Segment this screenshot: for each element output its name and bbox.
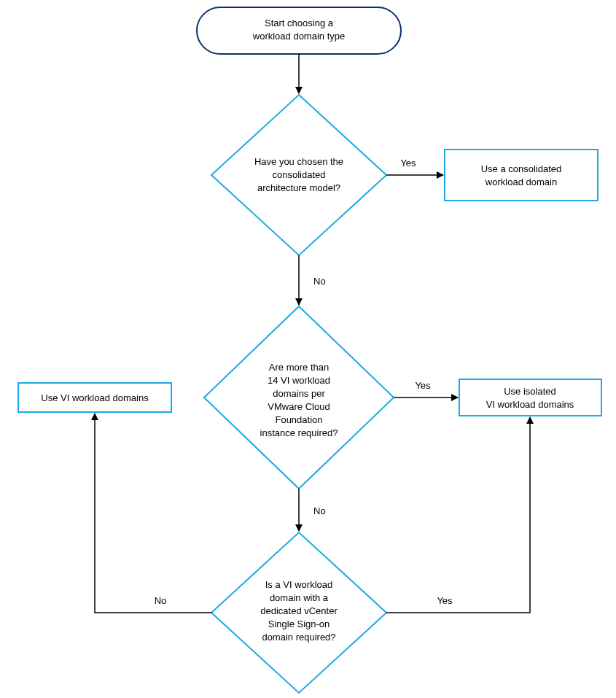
label-d1-no: No [313,276,326,287]
node-r1-line1: Use a consolidated [481,163,562,174]
edge-d3-no [95,414,211,613]
node-r2right: Use isolated VI workload domains [459,379,601,416]
node-d2: Are more than 14 VI workload domains per… [204,306,394,489]
node-d2-line6: instance required? [260,427,338,438]
node-start: Start choosing a workload domain type [197,7,401,54]
label-d3-no: No [155,595,167,606]
node-r2right-line2: VI workload domains [486,399,574,410]
node-d3-line3: dedicated vCenter [260,605,338,616]
node-d1: Have you chosen the consolidated archite… [211,95,386,255]
node-d2-line5: Foundation [275,414,322,425]
node-r1-line2: workload domain [485,177,557,187]
node-d3-line2: domain with a [270,592,329,603]
flowchart-canvas: Start choosing a workload domain type Ha… [0,0,616,698]
label-d3-yes: Yes [437,595,453,606]
node-d2-line1: Are more than [269,362,329,373]
node-d1-line2: consolidated [273,169,326,180]
node-start-line1: Start choosing a [265,18,334,28]
node-d2-line4: VMware Cloud [268,401,330,412]
label-d2-yes: Yes [415,380,431,391]
node-d2-line3: domains per [273,388,325,399]
label-d2-no: No [313,505,326,516]
node-r2right-line1: Use isolated [504,386,556,397]
node-d2-line2: 14 VI workload [268,375,330,386]
node-start-line2: workload domain type [252,31,345,42]
node-d3: Is a VI workload domain with a dedicated… [211,532,386,693]
node-d1-line3: architecture model? [257,182,340,193]
label-d1-yes: Yes [400,158,416,168]
node-r1: Use a consolidated workload domain [445,150,598,201]
node-d1-line1: Have you chosen the [254,156,343,167]
svg-rect-2 [445,150,598,201]
node-r2left-line1: Use VI workload domains [41,392,149,403]
svg-rect-5 [459,379,601,416]
edge-d3-yes [386,417,530,613]
node-r2left: Use VI workload domains [18,383,171,412]
node-d3-line4: Single Sign-on [268,618,330,629]
node-d3-line1: Is a VI workload [265,579,333,590]
node-d3-line5: domain required? [262,632,335,643]
